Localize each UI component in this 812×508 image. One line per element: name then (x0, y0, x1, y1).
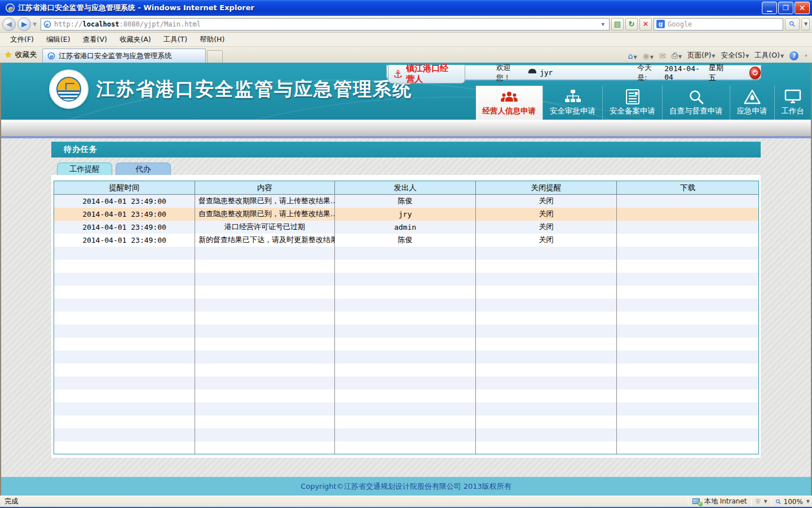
search-button[interactable]: ⚲ (785, 18, 800, 30)
cell-sender: 陈俊 (335, 234, 476, 247)
close-reminder-link[interactable]: 关闭 (476, 234, 617, 247)
intranet-icon (692, 498, 701, 505)
print-button[interactable]: ⎙▼ (672, 51, 682, 60)
column-header-3: 关闭提醒 (476, 181, 617, 195)
logout-power-button[interactable]: ⏻ (749, 67, 761, 79)
close-reminder-link[interactable]: 关闭 (476, 208, 617, 221)
maximize-button[interactable]: ❐ (778, 2, 793, 14)
table-row[interactable]: 2014-04-01 23:49:00港口经营许可证号已过期admin关闭 (54, 221, 759, 234)
panel-title: 待办任务 (51, 142, 761, 157)
help-button[interactable]: ? (789, 51, 798, 60)
menu-item-2[interactable]: 查看(V) (77, 33, 113, 46)
feeds-button[interactable]: ◉▼ (643, 51, 654, 60)
close-reminder-link[interactable]: 关闭 (476, 195, 617, 208)
url-dropdown-icon[interactable]: ▼ (602, 21, 604, 27)
forward-button[interactable]: ▶ (17, 17, 31, 31)
empty-cell (476, 325, 617, 338)
empty-cell (335, 428, 476, 441)
table-empty-row (54, 325, 759, 338)
empty-cell (54, 364, 195, 376)
stop-button[interactable]: ✕ (639, 18, 652, 30)
overflow-chevron-icon[interactable]: » (805, 53, 807, 58)
empty-cell (335, 312, 476, 325)
table-row[interactable]: 2014-04-01 23:49:00督查隐患整改期限已到，请上传整改结果…陈俊… (54, 195, 759, 208)
empty-cell (476, 415, 617, 428)
cell-time: 2014-04-01 23:49:00 (54, 208, 195, 221)
table-empty-row (54, 299, 759, 312)
browser-tab[interactable]: e 江苏省港口安全监管与应急管理系统 (42, 49, 206, 63)
search-input[interactable]: g Google (654, 18, 783, 30)
home-button[interactable]: ⌂▼ (628, 51, 637, 60)
empty-cell (195, 312, 335, 325)
empty-cell (335, 376, 476, 389)
empty-cell (617, 389, 759, 402)
empty-cell (476, 260, 617, 273)
window-title: 江苏省港口安全监管与应急管理系统 - Windows Internet Expl… (18, 3, 762, 13)
empty-cell (476, 376, 617, 389)
zoom-control[interactable]: ⚲ 100%▼ (776, 498, 810, 506)
empty-cell (335, 364, 476, 376)
table-empty-row (54, 441, 759, 454)
nav-item-5[interactable]: 工作台 (774, 86, 811, 120)
empty-cell (195, 441, 335, 454)
menu-item-3[interactable]: 收藏夹(A) (114, 33, 157, 46)
safety-menu[interactable]: 安全(S)▼ (721, 51, 749, 60)
nav-item-2[interactable]: 安全备案申请 (602, 86, 662, 120)
empty-cell (617, 364, 759, 376)
compatibility-view-button[interactable]: ▤ (611, 18, 624, 30)
page-menu[interactable]: 页面(P)▼ (687, 51, 715, 60)
favorites-button[interactable]: ★ 收藏夹 (1, 47, 42, 63)
url-field[interactable]: e http://localhost:8080/yjpt/Main.html ▼ (41, 18, 610, 30)
new-tab-button[interactable] (207, 50, 223, 63)
menu-item-4[interactable]: 工具(T) (158, 33, 193, 46)
nav-item-3[interactable]: 自查与督查申请 (662, 86, 730, 120)
empty-cell (335, 351, 476, 364)
anchor-icon: ⚓ (393, 68, 403, 80)
empty-cell (335, 415, 476, 428)
minimize-button[interactable]: ▁ (762, 2, 777, 14)
nav-label: 应急申请 (737, 106, 767, 116)
refresh-button[interactable]: ↻ (625, 18, 638, 30)
empty-cell (54, 247, 195, 260)
table-empty-row (54, 312, 759, 325)
nav-label: 经营人信息申请 (483, 106, 536, 116)
ie-page-icon: e (43, 20, 51, 28)
nav-item-4[interactable]: 应急申请 (730, 86, 774, 120)
menu-item-1[interactable]: 编辑(E) (41, 33, 76, 46)
menu-item-0[interactable]: 文件(F) (5, 33, 39, 46)
star-icon: ★ (5, 50, 12, 60)
mail-button[interactable]: ✉ (659, 51, 666, 60)
back-button[interactable]: ◀ (2, 17, 16, 31)
empty-cell (195, 273, 335, 286)
cell-download (617, 195, 759, 208)
tools-menu[interactable]: 工具(O)▼ (754, 51, 784, 60)
empty-cell (335, 402, 476, 415)
tab-bar: ★ 收藏夹 e 江苏省港口安全监管与应急管理系统 ⌂▼ ◉▼ ✉ ⎙▼ 页面(P… (0, 47, 812, 63)
empty-cell (54, 260, 195, 273)
task-tab-1[interactable]: 代办 (116, 163, 171, 175)
ie-tab-icon: e (47, 52, 55, 60)
close-reminder-link[interactable]: 关闭 (476, 221, 617, 234)
empty-cell (195, 260, 335, 273)
table-empty-row (54, 273, 759, 286)
menu-item-5[interactable]: 帮助(H) (194, 33, 230, 46)
empty-cell (476, 389, 617, 402)
welcome-label: 欢迎您！ (496, 63, 522, 83)
empty-cell (54, 441, 195, 454)
task-tab-0[interactable]: 工作提醒 (57, 163, 112, 175)
cell-content: 督查隐患整改期限已到，请上传整改结果… (195, 195, 335, 208)
task-panel: 提醒时间内容发出人关闭提醒下载 2014-04-01 23:49:00督查隐患整… (51, 175, 761, 458)
url-text: http://localhost:8080/yjpt/Main.html (54, 20, 201, 28)
close-button[interactable]: ✕ (795, 2, 810, 14)
nav-item-0[interactable]: 经营人信息申请 (476, 86, 543, 120)
history-dropdown-icon[interactable]: ▼ (33, 21, 37, 27)
search-options-dropdown[interactable]: ▼ (801, 18, 810, 30)
table-row[interactable]: 2014-04-01 23:49:00自查隐患整改期限已到，请上传整改结果…jr… (54, 208, 759, 221)
table-row[interactable]: 2014-04-01 23:49:00新的督查结果已下达，请及时更新整改结果陈俊… (54, 234, 759, 247)
ie-icon: e (5, 3, 15, 13)
protected-mode-button[interactable]: ⛨▼ (756, 498, 767, 506)
nav-item-1[interactable]: 安全审批申请 (542, 86, 602, 120)
nav-label: 工作台 (782, 106, 805, 116)
today-label: 今天是: (637, 63, 659, 83)
menu-bar: 文件(F)编辑(E)查看(V)收藏夹(A)工具(T)帮助(H) (0, 33, 812, 47)
